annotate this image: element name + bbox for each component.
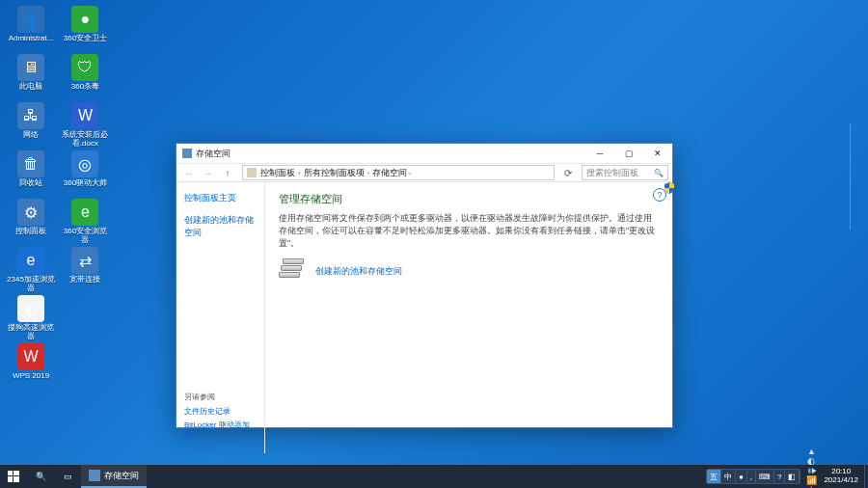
dialup-icon: ⇄ (71, 247, 98, 274)
show-desktop-button[interactable] (864, 465, 868, 488)
desktop-icon-sys-install[interactable]: W系统安装后必看.docx (60, 102, 110, 149)
desktop-icon-control-panel[interactable]: ⚙控制面板 (6, 199, 56, 245)
360-drv-icon: ◎ (71, 150, 98, 177)
desktop-icon-dialup[interactable]: ⇄宽带连接 (60, 247, 110, 293)
minimize-button[interactable]: ─ (585, 144, 614, 163)
sidebar: 控制面板主页 创建新的池和存储空间 另请参阅 文件历史记录 BitLocker … (176, 182, 265, 453)
2345-browser-icon: e (17, 247, 44, 274)
clock[interactable]: 20:10 2021/4/12 (818, 468, 864, 485)
crumb-2[interactable]: 所有控制面板项 (304, 167, 365, 179)
create-pool-link[interactable]: 创建新的池和存储空间 (315, 265, 402, 278)
360-browser-icon: e (71, 199, 98, 226)
tray-icon-3[interactable]: 📶 (804, 475, 818, 485)
search-button[interactable]: 🔍 (27, 465, 54, 488)
desktop-icon-label: 控制面板 (15, 228, 46, 236)
svg-rect-1 (14, 471, 19, 475)
breadcrumb[interactable]: 控制面板 › 所有控制面板项 › 存储空间 ⌄ (242, 165, 555, 180)
administrator-icon: 👤 (17, 6, 44, 33)
crumb-sep: › (367, 169, 370, 177)
desktop-icon-label: 2345加速浏览器 (7, 276, 55, 293)
maximize-button[interactable]: ▢ (614, 144, 643, 163)
360-sd-icon: 🛡 (71, 54, 98, 81)
task-view-button[interactable]: ▭ (54, 465, 81, 488)
crumb-3[interactable]: 存储空间 (372, 167, 407, 179)
main-description: 使用存储空间将文件保存到两个或更多驱动器，以便在驱动器发生故障时为你提供保护。通… (279, 212, 659, 249)
sogou-browser-icon: ◐ (17, 295, 44, 322)
taskbar: 🔍 ▭ 存储空间 五中●,⌨?◧ ▲◐🕪📶中⌨ 20:10 2021/4/12 (0, 465, 868, 488)
nav-bar: ← → ↑ 控制面板 › 所有控制面板项 › 存储空间 ⌄ ⟳ 搜索控制面板 🔍 (176, 163, 672, 182)
tray-icon-2[interactable]: 🕪 (804, 466, 818, 475)
desktop: 👤Administrat...🖥此电脑🖧网络🗑回收站⚙控制面板e2345加速浏览… (6, 6, 110, 392)
refresh-button[interactable]: ⟳ (560, 168, 576, 178)
crumb-1[interactable]: 控制面板 (260, 167, 295, 179)
recycle-bin-icon: 🗑 (17, 150, 44, 177)
desktop-icon-network[interactable]: 🖧网络 (6, 102, 56, 149)
sidebar-create-link[interactable]: 创建新的池和存储空间 (184, 214, 257, 239)
desktop-icon-label: Administrat... (9, 35, 54, 43)
desktop-icon-label: WPS 2019 (13, 372, 49, 381)
desktop-icon-this-pc[interactable]: 🖥此电脑 (6, 54, 56, 100)
svg-rect-3 (14, 476, 19, 482)
tray-icon-1[interactable]: ◐ (804, 456, 818, 466)
desktop-icon-administrator[interactable]: 👤Administrat... (6, 6, 56, 52)
window-title: 存储空间 (196, 148, 231, 160)
desktop-icon-label: 回收站 (19, 179, 42, 188)
ime-seg-3[interactable]: , (747, 470, 756, 483)
window-icon (182, 149, 192, 158)
desktop-icon-sogou-browser[interactable]: ◐搜狗高速浏览器 (6, 295, 56, 341)
taskbar-app-storage[interactable]: 存储空间 (81, 465, 147, 488)
drives-icon (279, 258, 308, 284)
ime-seg-1[interactable]: 中 (721, 470, 736, 483)
back-button[interactable]: ← (180, 164, 198, 181)
sidebar-related-filehistory[interactable]: 文件历史记录 (184, 406, 257, 417)
desktop-icon-label: 360安全浏览器 (61, 228, 109, 245)
search-input[interactable]: 搜索控制面板 🔍 (582, 165, 668, 180)
ime-seg-5[interactable]: ? (774, 470, 785, 483)
search-placeholder: 搜索控制面板 (586, 167, 638, 179)
breadcrumb-icon (247, 168, 257, 177)
ime-seg-4[interactable]: ⌨ (756, 470, 774, 483)
crumb-dropdown-icon[interactable]: ⌄ (407, 169, 413, 176)
sidebar-related-bitlocker[interactable]: BitLocker 驱动器加密 (184, 420, 257, 441)
main-panel: ? 管理存储空间 使用存储空间将文件保存到两个或更多驱动器，以便在驱动器发生故障… (265, 182, 672, 453)
tray-icon-4[interactable]: 中 (804, 485, 818, 489)
search-icon: 🔍 (654, 169, 664, 177)
close-button[interactable]: ✕ (643, 144, 672, 163)
crumb-sep: › (298, 169, 301, 177)
ime-toolbar[interactable]: 五中●,⌨?◧ (706, 469, 801, 484)
storage-spaces-window: 存储空间 ─ ▢ ✕ ← → ↑ 控制面板 › 所有控制面板项 › 存储空间 ⌄… (176, 143, 673, 428)
wps-icon: W (17, 343, 44, 370)
ime-seg-0[interactable]: 五 (707, 470, 721, 483)
desktop-divider (850, 123, 851, 230)
taskbar-app-icon (89, 470, 100, 481)
sys-install-icon: W (71, 102, 98, 129)
desktop-icon-label: 搜狗高速浏览器 (7, 324, 55, 341)
360-safe-icon: ● (71, 6, 98, 33)
svg-rect-2 (8, 476, 13, 482)
uac-shield-icon (665, 180, 674, 192)
desktop-icon-2345-browser[interactable]: e2345加速浏览器 (6, 247, 56, 293)
forward-button[interactable]: → (200, 164, 217, 181)
tray-icon-0[interactable]: ▲ (804, 447, 818, 456)
desktop-icon-label: 网络 (23, 131, 39, 140)
desktop-icon-label: 360安全卫士 (64, 35, 107, 43)
control-panel-icon: ⚙ (17, 199, 44, 226)
ime-seg-2[interactable]: ● (736, 470, 747, 483)
start-button[interactable] (0, 465, 27, 488)
network-icon: 🖧 (17, 102, 44, 129)
desktop-icon-recycle-bin[interactable]: 🗑回收站 (6, 150, 56, 197)
desktop-icon-360-drv[interactable]: ◎360驱动大师 (60, 150, 110, 197)
ime-seg-6[interactable]: ◧ (785, 470, 800, 483)
desktop-icon-label: 此电脑 (19, 83, 42, 92)
desktop-icon-label: 宽带连接 (69, 276, 100, 285)
desktop-icon-360-browser[interactable]: e360安全浏览器 (60, 199, 110, 245)
sidebar-home-link[interactable]: 控制面板主页 (184, 192, 257, 204)
desktop-icon-label: 360驱动大师 (64, 179, 107, 188)
svg-rect-0 (8, 471, 13, 475)
desktop-icon-360-safe[interactable]: ●360安全卫士 (60, 6, 110, 52)
desktop-icon-wps[interactable]: WWPS 2019 (6, 343, 56, 390)
clock-date: 2021/4/12 (824, 476, 858, 485)
desktop-icon-360-sd[interactable]: 🛡360杀毒 (60, 54, 110, 100)
titlebar: 存储空间 ─ ▢ ✕ (176, 144, 672, 163)
up-button[interactable]: ↑ (219, 164, 236, 181)
